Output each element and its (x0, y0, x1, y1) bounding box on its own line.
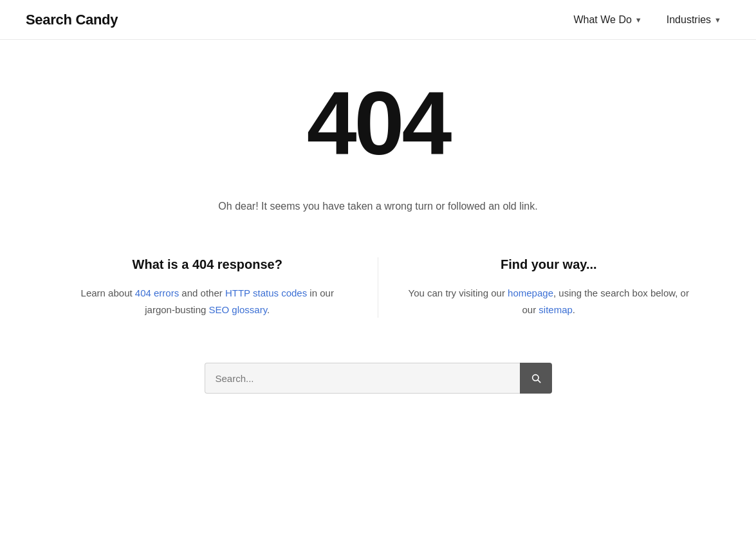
main-nav: What We Do ▼ Industries ▼ (564, 9, 730, 31)
text-before-homepage: You can try visiting our (409, 287, 508, 298)
find-your-way-body: You can try visiting our homepage, using… (407, 285, 690, 318)
sitemap-link[interactable]: sitemap (539, 304, 573, 315)
text-period-right: . (573, 304, 575, 315)
text-before-404-link: Learn about (81, 287, 135, 298)
chevron-down-icon: ▼ (714, 16, 721, 24)
what-is-404-heading: What is a 404 response? (133, 257, 282, 272)
search-container (205, 363, 552, 394)
search-input[interactable] (205, 363, 520, 394)
what-is-404-col: What is a 404 response? Learn about 404 … (37, 257, 379, 318)
nav-what-we-do[interactable]: What We Do ▼ (564, 9, 650, 31)
homepage-link[interactable]: homepage (508, 287, 553, 298)
site-logo[interactable]: Search Candy (26, 12, 118, 28)
404-errors-link[interactable]: 404 errors (135, 287, 179, 298)
seo-glossary-link[interactable]: SEO glossary (208, 304, 267, 315)
main-content: 404 Oh dear! It seems you have taken a w… (0, 40, 756, 445)
nav-what-we-do-label: What We Do (573, 14, 631, 26)
error-code: 404 (307, 78, 450, 168)
search-button[interactable] (520, 363, 552, 394)
site-header: Search Candy What We Do ▼ Industries ▼ (0, 0, 756, 40)
what-is-404-body: Learn about 404 errors and other HTTP st… (66, 285, 349, 318)
chevron-down-icon: ▼ (635, 16, 642, 24)
search-icon (531, 373, 541, 383)
text-and-other: and other (179, 287, 225, 298)
text-period-left: . (267, 304, 270, 315)
http-status-codes-link[interactable]: HTTP status codes (225, 287, 307, 298)
nav-industries[interactable]: Industries ▼ (658, 9, 730, 31)
error-message: Oh dear! It seems you have taken a wrong… (218, 201, 537, 212)
find-your-way-col: Find your way... You can try visiting ou… (378, 257, 719, 318)
info-grid: What is a 404 response? Learn about 404 … (37, 257, 719, 318)
svg-line-1 (538, 380, 540, 383)
nav-industries-label: Industries (667, 14, 711, 26)
find-your-way-heading: Find your way... (501, 257, 597, 272)
